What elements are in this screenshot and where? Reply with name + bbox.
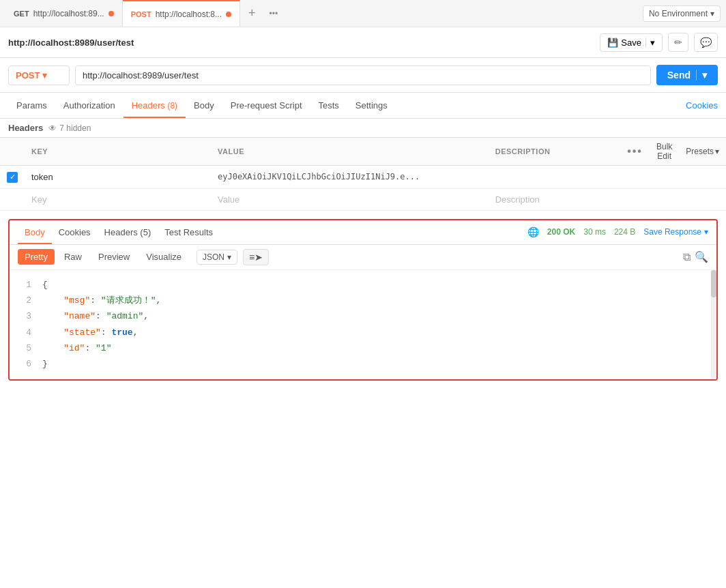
format-raw[interactable]: Raw — [57, 249, 89, 265]
more-dots-icon[interactable]: ••• — [627, 145, 643, 157]
col-presets: Presets ▾ — [679, 138, 726, 166]
json-line-5: 5 "id": "1" — [20, 340, 706, 356]
env-label: No Environment — [649, 9, 708, 18]
tab-params[interactable]: Params — [8, 93, 55, 118]
bulk-edit-button[interactable]: Bulk Edit — [656, 142, 672, 161]
post-method-label: POST — [131, 10, 151, 18]
method-chevron-icon: ▾ — [42, 70, 47, 80]
new-tab-button[interactable]: + — [240, 6, 264, 20]
header-value-cell[interactable]: eyJ0eXAiOiJKV1QiLCJhbGciOiJIUzI1NiJ9.e..… — [211, 166, 489, 189]
headers-section: Headers 👁 7 hidden — [0, 119, 726, 138]
presets-chevron-icon: ▾ — [715, 147, 719, 156]
headers-table: KEY VALUE DESCRIPTION ••• Bulk Edit Pres… — [0, 138, 726, 211]
environment-selector[interactable]: No Environment ▾ — [643, 5, 721, 22]
save-button[interactable]: 💾 Save ▾ — [600, 33, 663, 52]
json-line-3: 3 "name": "admin", — [20, 308, 706, 324]
tab-pre-request-script[interactable]: Pre-request Script — [222, 93, 310, 118]
col-checkbox — [0, 138, 25, 166]
more-tabs-button[interactable]: ••• — [264, 9, 284, 18]
wrap-lines-button[interactable]: ≡➤ — [243, 249, 269, 265]
response-tabs: Body Cookies Headers (5) Test Results 🌐 … — [10, 220, 716, 245]
response-size: 224 B — [614, 227, 635, 237]
save-chevron-icon[interactable]: ▾ — [645, 38, 655, 48]
res-tab-test-results[interactable]: Test Results — [158, 220, 220, 244]
get-method-label: GET — [14, 10, 29, 18]
headers-section-label: Headers — [8, 123, 43, 133]
scrollbar-track[interactable] — [711, 270, 716, 379]
col-value: VALUE — [211, 138, 489, 166]
copy-response-button[interactable]: ⧉ — [683, 250, 691, 263]
get-tab[interactable]: GET http://localhost:89... — [5, 0, 123, 27]
json-line-2: 2 "msg": "请求成功！", — [20, 293, 706, 308]
tab-authorization[interactable]: Authorization — [55, 93, 124, 118]
request-bar: POST ▾ Send ▾ — [0, 58, 726, 93]
save-label: Save — [621, 38, 641, 48]
response-actions: ⧉ 🔍 — [683, 250, 708, 263]
header-desc-cell[interactable] — [489, 166, 620, 189]
format-bar: Pretty Raw Preview Visualize JSON ▾ ≡➤ ⧉… — [10, 245, 716, 270]
send-chevron-icon[interactable]: ▾ — [696, 70, 707, 80]
save-response-chevron-icon: ▾ — [704, 227, 708, 237]
post-tab-dot — [226, 12, 231, 17]
res-tab-cookies[interactable]: Cookies — [52, 220, 98, 244]
tab-tests[interactable]: Tests — [310, 93, 347, 118]
table-row: ✓ token eyJ0eXAiOiJKV1QiLCJhbGciOiJIUzI1… — [0, 166, 726, 189]
res-headers-badge: (5) — [140, 227, 151, 237]
send-label: Send — [667, 70, 691, 80]
tab-body[interactable]: Body — [186, 93, 222, 118]
tab-headers[interactable]: Headers (8) — [124, 93, 186, 118]
tab-settings[interactable]: Settings — [347, 93, 396, 118]
presets-button[interactable]: Presets ▾ — [686, 147, 719, 156]
json-line-4: 4 "state": true, — [20, 325, 706, 340]
comment-button[interactable]: 💬 — [694, 33, 718, 52]
request-title: http://localhost:8989/user/test — [8, 38, 594, 48]
response-body: 1 { 2 "msg": "请求成功！", 3 "name": "admin",… — [10, 270, 716, 379]
address-bar: http://localhost:8989/user/test 💾 Save ▾… — [0, 27, 726, 58]
res-tab-headers[interactable]: Headers (5) — [98, 220, 158, 244]
post-url-label: http://localhost:8... — [156, 10, 222, 19]
format-preview[interactable]: Preview — [91, 249, 136, 265]
format-visualize[interactable]: Visualize — [139, 249, 188, 265]
new-value-input[interactable]: Value — [211, 188, 489, 210]
tab-bar: GET http://localhost:89... POST http://l… — [0, 0, 726, 27]
new-desc-input[interactable]: Description — [489, 188, 620, 210]
post-tab[interactable]: POST http://localhost:8... — [123, 0, 240, 27]
format-chevron-icon: ▾ — [227, 252, 231, 262]
save-icon: 💾 — [607, 38, 618, 48]
json-viewer: 1 { 2 "msg": "请求成功！", 3 "name": "admin",… — [10, 270, 716, 379]
format-type-selector[interactable]: JSON ▾ — [197, 250, 237, 265]
col-key: KEY — [25, 138, 211, 166]
globe-icon: 🌐 — [527, 226, 539, 237]
response-status-bar: 🌐 200 OK 30 ms 224 B Save Response ▾ — [527, 226, 708, 237]
status-code: 200 OK — [547, 227, 575, 237]
json-line-6: 6 } — [20, 356, 706, 372]
get-url-label: http://localhost:89... — [33, 9, 104, 18]
header-key-cell[interactable]: token — [25, 166, 211, 189]
cookies-link[interactable]: Cookies — [686, 100, 718, 111]
edit-button[interactable]: ✏ — [668, 33, 688, 52]
json-line-1: 1 { — [20, 277, 706, 293]
res-tab-body[interactable]: Body — [18, 220, 52, 244]
col-bulk-edit: Bulk Edit — [650, 138, 679, 166]
col-more: ••• — [620, 138, 650, 166]
method-label: POST — [16, 70, 40, 80]
save-response-button[interactable]: Save Response ▾ — [643, 227, 708, 237]
method-selector[interactable]: POST ▾ — [8, 65, 70, 85]
response-section: Body Cookies Headers (5) Test Results 🌐 … — [8, 219, 718, 381]
chevron-down-icon: ▾ — [710, 9, 714, 18]
row-checkbox[interactable]: ✓ — [7, 172, 18, 183]
col-description: DESCRIPTION — [489, 138, 620, 166]
hidden-headers-badge: 👁 7 hidden — [48, 123, 91, 133]
response-time: 30 ms — [583, 227, 606, 237]
table-row-empty: Key Value Description — [0, 188, 726, 210]
request-tabs: Params Authorization Headers (8) Body Pr… — [0, 93, 726, 119]
scrollbar-thumb[interactable] — [711, 270, 716, 297]
headers-badge: (8) — [167, 101, 177, 111]
get-tab-dot — [108, 11, 114, 16]
format-pretty[interactable]: Pretty — [18, 249, 55, 265]
send-button[interactable]: Send ▾ — [656, 65, 718, 85]
search-response-button[interactable]: 🔍 — [695, 250, 708, 263]
url-input[interactable] — [75, 65, 651, 85]
new-key-input[interactable]: Key — [25, 188, 211, 210]
